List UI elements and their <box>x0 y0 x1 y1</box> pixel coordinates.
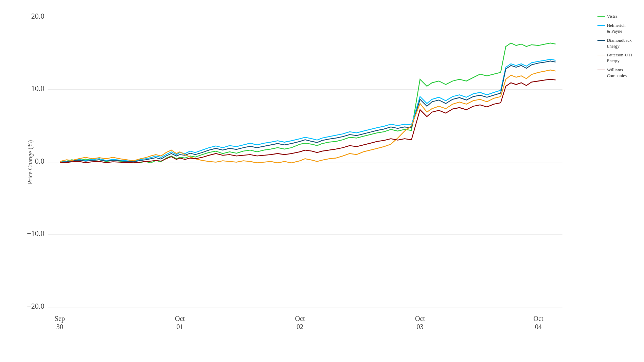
chart-area: 20.0 10.0 0.0 −10.0 −20.0 Sep 30 Oct 01 … <box>27 7 569 335</box>
legend-item-helmerich: Helmerich& Payne <box>597 23 632 34</box>
y-label-10: 10.0 <box>31 84 44 93</box>
legend-item-patterson: Patterson-UTIEnergy <box>597 52 632 64</box>
patterson-line <box>60 70 556 163</box>
x-label-sep30: Sep <box>55 315 65 323</box>
williams-legend-label: WilliamsCompanies <box>607 67 627 79</box>
helmerich-legend-line <box>597 25 605 26</box>
x-label-oct01: Oct <box>175 315 185 322</box>
x-label-oct04-day: 04 <box>535 323 542 330</box>
patterson-legend-line <box>597 55 605 55</box>
legend-item-williams: WilliamsCompanies <box>597 67 632 79</box>
vistra-line <box>60 43 556 163</box>
x-label-oct03: Oct <box>415 315 425 322</box>
vistra-legend-line <box>597 16 605 17</box>
vistra-legend-label: Vistra <box>607 14 618 19</box>
main-chart-svg: 20.0 10.0 0.0 −10.0 −20.0 Sep 30 Oct 01 … <box>27 7 569 335</box>
x-label-oct03-day: 03 <box>417 323 424 330</box>
diamondback-legend-label: DiamondbackEnergy <box>607 38 632 49</box>
y-label-minus10: −10.0 <box>27 229 44 238</box>
diamondback-legend-line <box>597 40 605 41</box>
y-axis-title: Price Change (%) <box>27 140 34 184</box>
patterson-legend-label: Patterson-UTIEnergy <box>607 52 632 64</box>
diamondback-line <box>60 61 556 162</box>
legend: Vistra Helmerich& Payne DiamondbackEnerg… <box>597 14 632 79</box>
legend-item-vistra: Vistra <box>597 14 632 19</box>
x-label-sep30-day: 30 <box>56 323 63 330</box>
x-label-oct04: Oct <box>534 315 544 322</box>
y-label-20: 20.0 <box>31 12 44 20</box>
y-label-minus20: −20.0 <box>27 302 44 310</box>
y-label-0: 0.0 <box>35 157 44 165</box>
williams-line <box>60 79 556 163</box>
legend-item-diamondback: DiamondbackEnergy <box>597 38 632 49</box>
x-label-oct01-day: 01 <box>176 323 183 330</box>
chart-container: 20.0 10.0 0.0 −10.0 −20.0 Sep 30 Oct 01 … <box>0 0 644 362</box>
williams-legend-line <box>597 70 605 70</box>
helmerich-legend-label: Helmerich& Payne <box>607 23 626 34</box>
x-label-oct02: Oct <box>295 315 305 322</box>
x-label-oct02-day: 02 <box>297 323 303 330</box>
